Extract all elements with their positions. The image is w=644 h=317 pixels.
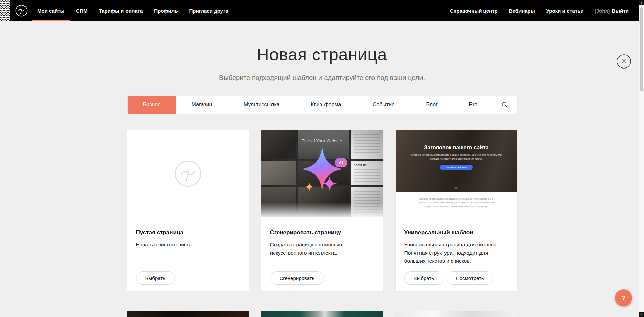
chevron-down-icon <box>454 186 459 190</box>
card-universal-template: Заголовок вашего сайта Добавьте интересн… <box>396 130 517 291</box>
page-title: Новая страница <box>0 46 644 63</box>
page-scrollbar[interactable]: ▲ ▼ <box>639 0 644 317</box>
tab-business[interactable]: Бизнес <box>128 96 176 114</box>
card-description: Начать с чистого листа. <box>136 241 240 249</box>
choose-template-button[interactable]: Выбрать <box>404 271 443 285</box>
nav-crm[interactable]: CRM <box>70 0 93 21</box>
card-description: Универсальная страница для бизнеса. Поня… <box>404 241 508 265</box>
ai-preview-image: About us Title of Your Website <box>261 130 383 217</box>
close-button[interactable] <box>616 54 631 69</box>
collage-tile-label: About us <box>354 163 367 167</box>
help-button[interactable]: ? <box>615 289 632 306</box>
tab-event[interactable]: Событие <box>357 96 411 114</box>
card-description: Создать страницу с помощью искусственног… <box>270 241 374 257</box>
template-body-text: Коротко представьтесь и расскажите о ком… <box>417 197 495 217</box>
page-subtitle: Выберите подходящий шаблон и адаптируйте… <box>0 74 644 82</box>
template-preview-image: Заголовок вашего сайта Добавьте интересн… <box>396 130 517 217</box>
card-ai-generate: About us Title of Your Website <box>261 130 383 291</box>
user-name: (John) <box>595 8 610 14</box>
nav-profile[interactable]: Профиль <box>148 0 183 21</box>
template-card-partial[interactable] <box>127 311 249 317</box>
topbar: Мои сайты CRM Тарифы и оплата Профиль Пр… <box>0 0 644 21</box>
ai-sparkle-icon <box>294 144 351 201</box>
new-page-modal: Новая страница Выберите подходящий шабло… <box>0 21 644 317</box>
tab-search[interactable] <box>493 96 516 114</box>
tab-quiz-form[interactable]: Квиз-форма <box>295 96 357 114</box>
card-title: Универсальный шаблон <box>404 229 508 236</box>
choose-blank-button[interactable]: Выбрать <box>136 271 175 285</box>
topbar-secondary-nav: Справочный центр Вебинары Уроки и статьи… <box>444 0 644 21</box>
card-title: Сгенерировать страницу <box>270 229 374 236</box>
search-icon <box>501 101 508 108</box>
close-icon <box>616 54 631 69</box>
tilda-logo[interactable] <box>15 0 28 21</box>
template-category-tabs: Бизнес Магазин Мультиссылка Квиз-форма С… <box>127 96 517 114</box>
tab-pro[interactable]: Pro <box>453 96 493 114</box>
nav-invite-friend[interactable]: Пригласи друга <box>183 0 234 21</box>
card-blank-page: Пустая страница Начать с чистого листа. … <box>127 130 249 291</box>
scroll-up-icon[interactable]: ▲ <box>639 0 644 5</box>
template-hero: Заголовок вашего сайта Добавьте интересн… <box>396 130 517 192</box>
template-grid: Пустая страница Начать с чистого листа. … <box>127 130 517 317</box>
logout-label: Выйти <box>612 8 629 14</box>
logout-link[interactable]: (John) Выйти <box>589 0 629 21</box>
blank-page-preview <box>127 130 249 217</box>
nav-my-sites[interactable]: Мои сайты <box>32 0 70 21</box>
tilda-logo-icon <box>15 4 28 17</box>
nav-webinars[interactable]: Вебинары <box>503 0 541 21</box>
ai-badge: AI <box>335 158 347 167</box>
nav-tariffs[interactable]: Тарифы и оплата <box>93 0 148 21</box>
tab-store[interactable]: Магазин <box>176 96 228 114</box>
nav-lessons[interactable]: Уроки и статьи <box>541 0 589 21</box>
topbar-main-nav: Мои сайты CRM Тарифы и оплата Профиль Пр… <box>32 0 234 21</box>
scrollbar-thumb[interactable] <box>640 7 643 91</box>
template-hero-heading: Заголовок вашего сайта <box>424 145 488 151</box>
template-card-partial[interactable] <box>396 311 517 317</box>
scroll-down-icon[interactable]: ▼ <box>639 312 644 317</box>
nav-help-center[interactable]: Справочный центр <box>444 0 503 21</box>
view-template-button[interactable]: Посмотреть <box>447 271 493 285</box>
curtain-zigzag-icon[interactable] <box>0 0 10 21</box>
card-title: Пустая страница <box>136 229 240 236</box>
template-hero-button: Основное действие <box>440 165 472 170</box>
collage-site-title: Title of Your Website <box>261 139 383 143</box>
tab-multilink[interactable]: Мультиссылка <box>228 96 295 114</box>
template-hero-subtext: Добавьте интересные подробности о вашей … <box>409 153 503 161</box>
generate-button[interactable]: Сгенерировать <box>270 271 324 285</box>
tilda-watermark-icon <box>172 158 203 189</box>
tab-blog[interactable]: Блог <box>410 96 453 114</box>
template-card-partial[interactable] <box>261 311 383 317</box>
